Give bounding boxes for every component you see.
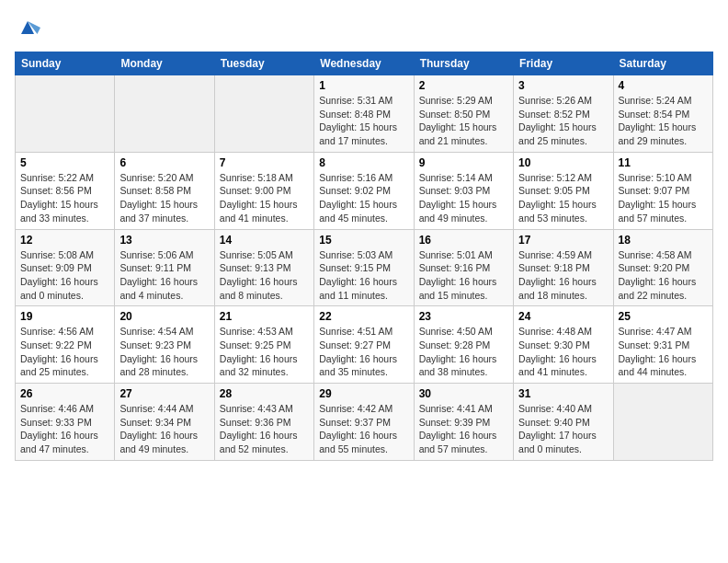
day-number: 24 <box>518 310 608 323</box>
calendar-cell: 17Sunrise: 4:59 AM Sunset: 9:18 PM Dayli… <box>514 229 613 306</box>
day-content: Sunrise: 4:54 AM Sunset: 9:23 PM Dayligh… <box>119 325 209 379</box>
calendar-week-1: 1Sunrise: 5:31 AM Sunset: 8:48 PM Daylig… <box>16 75 713 153</box>
day-number: 15 <box>319 234 408 247</box>
day-number: 16 <box>419 234 508 247</box>
calendar-cell: 8Sunrise: 5:16 AM Sunset: 9:02 PM Daylig… <box>314 152 414 229</box>
day-number: 1 <box>319 79 408 92</box>
day-content: Sunrise: 4:48 AM Sunset: 9:30 PM Dayligh… <box>518 325 608 379</box>
day-number: 21 <box>220 310 309 323</box>
day-content: Sunrise: 5:18 AM Sunset: 9:00 PM Dayligh… <box>220 171 309 225</box>
calendar-week-5: 26Sunrise: 4:46 AM Sunset: 9:33 PM Dayli… <box>16 384 713 461</box>
page-header <box>15 15 713 40</box>
calendar-header-row: SundayMondayTuesdayWednesdayThursdayFrid… <box>16 52 713 75</box>
day-number: 10 <box>518 156 608 169</box>
day-number: 5 <box>20 156 109 169</box>
calendar-cell: 20Sunrise: 4:54 AM Sunset: 9:23 PM Dayli… <box>115 306 214 384</box>
calendar-cell: 13Sunrise: 5:06 AM Sunset: 9:11 PM Dayli… <box>115 229 214 306</box>
calendar-cell <box>115 75 214 153</box>
calendar-cell: 7Sunrise: 5:18 AM Sunset: 9:00 PM Daylig… <box>214 152 313 229</box>
day-content: Sunrise: 4:43 AM Sunset: 9:36 PM Dayligh… <box>220 402 309 456</box>
day-number: 7 <box>220 156 309 169</box>
day-number: 25 <box>619 310 708 323</box>
day-number: 30 <box>419 387 508 400</box>
logo <box>15 15 44 40</box>
day-number: 8 <box>319 156 408 169</box>
calendar-cell: 16Sunrise: 5:01 AM Sunset: 9:16 PM Dayli… <box>414 229 513 306</box>
day-content: Sunrise: 5:20 AM Sunset: 8:58 PM Dayligh… <box>119 171 209 225</box>
day-content: Sunrise: 5:03 AM Sunset: 9:15 PM Dayligh… <box>319 248 408 303</box>
day-header-sunday: Sunday <box>16 52 115 75</box>
day-content: Sunrise: 5:10 AM Sunset: 9:07 PM Dayligh… <box>619 171 708 225</box>
day-content: Sunrise: 4:58 AM Sunset: 9:20 PM Dayligh… <box>619 248 708 303</box>
day-content: Sunrise: 5:12 AM Sunset: 9:05 PM Dayligh… <box>518 171 608 225</box>
day-number: 22 <box>319 310 408 323</box>
day-number: 29 <box>319 387 408 400</box>
day-content: Sunrise: 4:44 AM Sunset: 9:34 PM Dayligh… <box>119 402 209 456</box>
calendar-cell: 12Sunrise: 5:08 AM Sunset: 9:09 PM Dayli… <box>16 229 115 306</box>
day-header-saturday: Saturday <box>613 52 712 75</box>
day-number: 4 <box>619 79 708 92</box>
calendar-cell: 6Sunrise: 5:20 AM Sunset: 8:58 PM Daylig… <box>115 152 214 229</box>
day-content: Sunrise: 5:22 AM Sunset: 8:56 PM Dayligh… <box>20 171 109 225</box>
calendar-cell: 14Sunrise: 5:05 AM Sunset: 9:13 PM Dayli… <box>214 229 313 306</box>
svg-marker-0 <box>21 21 34 34</box>
calendar-cell: 4Sunrise: 5:24 AM Sunset: 8:54 PM Daylig… <box>613 75 712 153</box>
day-header-wednesday: Wednesday <box>314 52 414 75</box>
day-number: 19 <box>20 310 109 323</box>
logo-icon <box>15 15 40 40</box>
calendar-cell: 3Sunrise: 5:26 AM Sunset: 8:52 PM Daylig… <box>514 75 613 153</box>
calendar-cell: 29Sunrise: 4:42 AM Sunset: 9:37 PM Dayli… <box>314 384 414 461</box>
day-content: Sunrise: 5:08 AM Sunset: 9:09 PM Dayligh… <box>20 248 109 303</box>
day-number: 12 <box>20 234 109 247</box>
day-content: Sunrise: 4:50 AM Sunset: 9:28 PM Dayligh… <box>419 325 508 379</box>
day-content: Sunrise: 5:06 AM Sunset: 9:11 PM Dayligh… <box>119 248 209 303</box>
day-content: Sunrise: 5:29 AM Sunset: 8:50 PM Dayligh… <box>419 94 508 148</box>
day-content: Sunrise: 5:24 AM Sunset: 8:54 PM Dayligh… <box>619 94 708 148</box>
day-content: Sunrise: 5:01 AM Sunset: 9:16 PM Dayligh… <box>419 248 508 303</box>
calendar-cell <box>16 75 115 153</box>
calendar-week-3: 12Sunrise: 5:08 AM Sunset: 9:09 PM Dayli… <box>16 229 713 306</box>
calendar-week-2: 5Sunrise: 5:22 AM Sunset: 8:56 PM Daylig… <box>16 152 713 229</box>
day-number: 31 <box>518 387 608 400</box>
day-content: Sunrise: 4:59 AM Sunset: 9:18 PM Dayligh… <box>518 248 608 303</box>
day-number: 13 <box>119 234 209 247</box>
calendar-cell: 2Sunrise: 5:29 AM Sunset: 8:50 PM Daylig… <box>414 75 513 153</box>
calendar-cell: 15Sunrise: 5:03 AM Sunset: 9:15 PM Dayli… <box>314 229 414 306</box>
day-header-monday: Monday <box>115 52 214 75</box>
calendar-cell: 10Sunrise: 5:12 AM Sunset: 9:05 PM Dayli… <box>514 152 613 229</box>
calendar-cell: 31Sunrise: 4:40 AM Sunset: 9:40 PM Dayli… <box>514 384 613 461</box>
calendar-cell <box>214 75 313 153</box>
day-content: Sunrise: 4:40 AM Sunset: 9:40 PM Dayligh… <box>518 402 608 456</box>
calendar-cell: 30Sunrise: 4:41 AM Sunset: 9:39 PM Dayli… <box>414 384 513 461</box>
day-number: 9 <box>419 156 508 169</box>
calendar-cell: 19Sunrise: 4:56 AM Sunset: 9:22 PM Dayli… <box>16 306 115 384</box>
day-number: 26 <box>20 387 109 400</box>
day-content: Sunrise: 5:26 AM Sunset: 8:52 PM Dayligh… <box>518 94 608 148</box>
day-content: Sunrise: 4:56 AM Sunset: 9:22 PM Dayligh… <box>20 325 109 379</box>
day-content: Sunrise: 4:53 AM Sunset: 9:25 PM Dayligh… <box>220 325 309 379</box>
calendar-cell: 11Sunrise: 5:10 AM Sunset: 9:07 PM Dayli… <box>613 152 712 229</box>
day-number: 14 <box>220 234 309 247</box>
day-number: 11 <box>619 156 708 169</box>
day-content: Sunrise: 5:31 AM Sunset: 8:48 PM Dayligh… <box>319 94 408 148</box>
day-number: 27 <box>119 387 209 400</box>
day-content: Sunrise: 4:51 AM Sunset: 9:27 PM Dayligh… <box>319 325 408 379</box>
calendar-cell: 28Sunrise: 4:43 AM Sunset: 9:36 PM Dayli… <box>214 384 313 461</box>
day-content: Sunrise: 5:16 AM Sunset: 9:02 PM Dayligh… <box>319 171 408 225</box>
day-number: 20 <box>119 310 209 323</box>
calendar-week-4: 19Sunrise: 4:56 AM Sunset: 9:22 PM Dayli… <box>16 306 713 384</box>
day-header-thursday: Thursday <box>414 52 513 75</box>
calendar-cell: 27Sunrise: 4:44 AM Sunset: 9:34 PM Dayli… <box>115 384 214 461</box>
day-number: 2 <box>419 79 508 92</box>
day-number: 18 <box>619 234 708 247</box>
day-content: Sunrise: 4:46 AM Sunset: 9:33 PM Dayligh… <box>20 402 109 456</box>
day-content: Sunrise: 4:42 AM Sunset: 9:37 PM Dayligh… <box>319 402 408 456</box>
calendar-cell: 21Sunrise: 4:53 AM Sunset: 9:25 PM Dayli… <box>214 306 313 384</box>
day-content: Sunrise: 4:41 AM Sunset: 9:39 PM Dayligh… <box>419 402 508 456</box>
calendar-cell: 25Sunrise: 4:47 AM Sunset: 9:31 PM Dayli… <box>613 306 712 384</box>
calendar-cell: 9Sunrise: 5:14 AM Sunset: 9:03 PM Daylig… <box>414 152 513 229</box>
day-content: Sunrise: 5:14 AM Sunset: 9:03 PM Dayligh… <box>419 171 508 225</box>
calendar-cell: 23Sunrise: 4:50 AM Sunset: 9:28 PM Dayli… <box>414 306 513 384</box>
day-number: 3 <box>518 79 608 92</box>
day-number: 6 <box>119 156 209 169</box>
